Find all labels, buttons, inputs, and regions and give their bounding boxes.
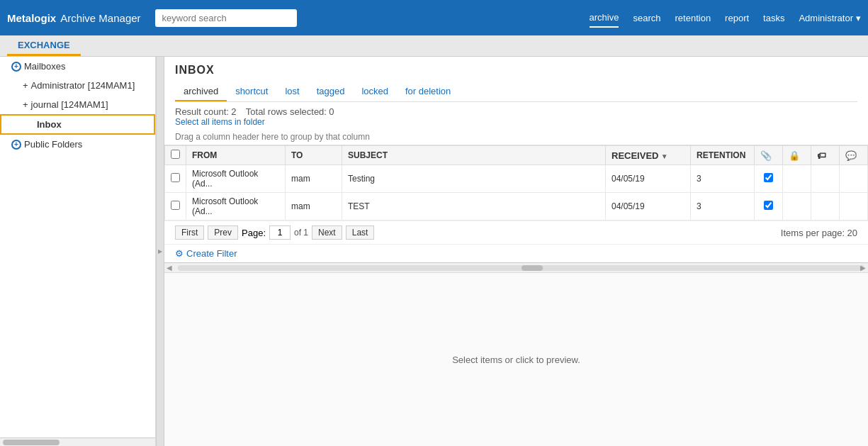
tab-archived[interactable]: archived [175,82,227,101]
row-from: Microsoft Outlook (Ad... [186,193,286,221]
scrollbar-thumb[interactable] [522,265,543,271]
admin-label: Administrator [799,13,853,23]
sidebar-resize-handle[interactable] [156,57,164,446]
tab-tagged[interactable]: tagged [308,82,354,101]
table-row[interactable]: Microsoft Outlook (Ad... mam Testing 04/… [165,165,868,193]
paperclip-icon: 📎 [760,150,772,161]
next-button[interactable]: Next [312,225,342,240]
th-comment-icon: 💬 [840,146,868,165]
pagination: First Prev Page: of 1 Next Last Items pe… [164,221,868,244]
tab-locked[interactable]: locked [353,82,397,101]
row-checkbox[interactable] [171,201,180,210]
attachment-checkbox[interactable] [764,201,773,210]
th-flag-icon: 🏷 [811,146,840,165]
row-checkbox-cell[interactable] [165,165,186,193]
exchange-tab[interactable]: EXCHANGE [7,36,81,56]
scroll-right-icon[interactable]: ▶ [858,264,868,272]
row-to: mam [286,165,342,193]
preview-area: Select items or click to preview. [164,272,868,446]
page-of: of 1 [294,228,308,238]
th-to[interactable]: TO [286,146,342,165]
row-checkbox[interactable] [171,173,180,182]
sidebar-item-mailboxes[interactable]: + Mailboxes [0,57,155,76]
th-select-all[interactable] [165,146,186,165]
public-folders-label: Public Folders [24,139,82,150]
header-nav: archive search retention report tasks Ad… [590,9,861,28]
expand-icon: + [11,140,21,150]
last-button[interactable]: Last [346,225,375,240]
content-header: INBOX archived shortcut lost tagged lock… [164,57,868,102]
sidebar-item-administrator[interactable]: + Administrator [124MAM1] [0,76,155,95]
page-title: INBOX [175,64,857,77]
journal-label: journal [124MAM1] [31,99,108,110]
search-input[interactable] [155,9,297,27]
header: Metalogix Archive Manager archive search… [0,0,868,35]
scrollbar-thumb[interactable] [3,440,60,445]
admin-menu[interactable]: Administrator ▾ [799,13,861,23]
nav-tasks[interactable]: tasks [763,9,784,27]
nav-archive[interactable]: archive [590,9,619,28]
select-all-checkbox[interactable] [171,150,180,159]
nav-search[interactable]: search [633,9,660,27]
comment-icon: 💬 [845,150,857,161]
prev-button[interactable]: Prev [208,225,238,240]
expand-icon: + [11,62,21,72]
row-checkbox-cell[interactable] [165,193,186,221]
scrollbar-track[interactable] [178,265,864,271]
preview-text: Select items or click to preview. [452,355,580,365]
row-from: Microsoft Outlook (Ad... [186,165,286,193]
nav-report[interactable]: report [725,9,749,27]
select-all-link[interactable]: Select all items in folder [175,117,265,127]
row-attachment[interactable] [755,165,783,193]
row-subject: TEST [342,193,606,221]
logo: Metalogix [7,12,56,24]
row-lock[interactable] [783,193,811,221]
result-count-label: Result count: [175,106,229,117]
sidebar-item-public-folders[interactable]: + Public Folders [0,135,155,154]
th-lock-icon: 🔒 [783,146,811,165]
th-received[interactable]: RECEIVED ▼ [606,146,691,165]
tab-bar: EXCHANGE [0,35,868,57]
th-attachment-icon: 📎 [755,146,783,165]
table-header-row: FROM TO SUBJECT RECEIVED ▼ RETENTION 📎 🔒 [165,146,868,165]
sort-arrow-icon: ▼ [661,152,668,160]
sidebar-item-journal[interactable]: + journal [124MAM1] [0,95,155,114]
tab-lost[interactable]: lost [276,82,308,101]
attachment-checkbox[interactable] [764,173,773,182]
sidebar-horizontal-scrollbar[interactable] [0,437,155,446]
th-retention[interactable]: RETENTION [691,146,755,165]
table-row[interactable]: Microsoft Outlook (Ad... mam TEST 04/05/… [165,193,868,221]
lock-icon: 🔒 [789,150,800,161]
content-tabs: archived shortcut lost tagged locked for… [175,82,857,102]
horizontal-scrollbar[interactable]: ◀ ▶ [164,262,868,272]
main-layout: + Mailboxes + Administrator [124MAM1] + … [0,57,868,446]
page-label: Page: [242,228,266,238]
row-flag[interactable] [811,193,840,221]
total-rows-count: 0 [329,106,334,117]
scroll-left-icon[interactable]: ◀ [164,264,174,272]
sidebar-item-inbox[interactable]: Inbox [0,114,155,135]
th-subject[interactable]: SUBJECT [342,146,606,165]
row-retention: 3 [691,193,755,221]
tab-shortcut[interactable]: shortcut [227,82,276,101]
row-comment[interactable] [840,193,868,221]
row-comment[interactable] [840,165,868,193]
inbox-label: Inbox [37,119,62,130]
nav-retention[interactable]: retention [675,9,711,27]
create-filter: ⚙ Create Filter [164,244,868,262]
administrator-label: Administrator [124MAM1] [31,80,135,91]
create-filter-link[interactable]: ⚙ Create Filter [175,248,857,259]
row-lock[interactable] [783,165,811,193]
first-button[interactable]: First [175,225,204,240]
items-per-page: Items per page: 20 [781,228,857,238]
filter-icon: ⚙ [175,248,184,259]
tab-for-deletion[interactable]: for deletion [397,82,459,101]
content-area: INBOX archived shortcut lost tagged lock… [164,57,868,446]
th-from[interactable]: FROM [186,146,286,165]
app-name: Archive Manager [60,12,140,24]
sidebar: + Mailboxes + Administrator [124MAM1] + … [0,57,156,446]
row-flag[interactable] [811,165,840,193]
row-attachment[interactable] [755,193,783,221]
page-input[interactable] [269,225,291,240]
chevron-down-icon: ▾ [856,13,861,23]
